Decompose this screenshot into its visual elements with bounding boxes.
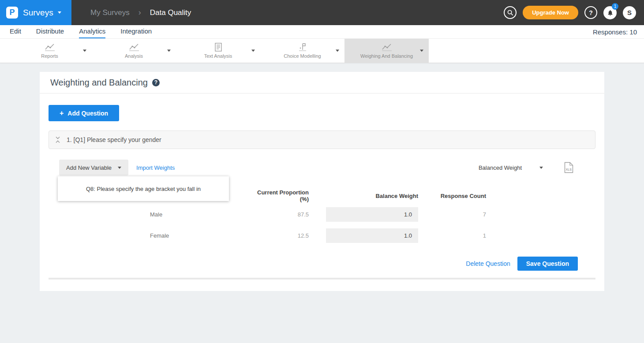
weighting-card: Weighting and Balancing ? + Add Question… (40, 72, 604, 291)
weight-type-select[interactable]: Balanced Weight (479, 164, 543, 171)
toolbar-item-weighing-and-balancing[interactable]: Weighing And Balancing (344, 39, 429, 63)
bottom-divider (49, 278, 595, 280)
breadcrumb-separator-icon: › (139, 8, 141, 17)
controls-right: Balanced Weight XLS (479, 162, 585, 173)
answer-label: Male (57, 211, 247, 218)
delete-question-link[interactable]: Delete Question (466, 260, 510, 267)
breadcrumb: My Surveys › Data Quality (90, 0, 504, 25)
tab-analytics[interactable]: Analytics (79, 26, 105, 38)
line-chart-icon (45, 43, 55, 52)
tab-edit[interactable]: Edit (10, 26, 21, 38)
tab-integration[interactable]: Integration (120, 26, 152, 38)
proportion-value: 12.5 (247, 232, 309, 239)
section-nav: Edit Distribute Analytics Integration Re… (0, 25, 644, 39)
main-content: Weighting and Balancing ? + Add Question… (0, 63, 644, 291)
help-button[interactable]: ? (584, 6, 597, 19)
add-new-variable-label: Add New Variable (66, 164, 112, 171)
topbar: P Surveys My Surveys › Data Quality Upgr… (0, 0, 644, 25)
breadcrumb-current: Data Quality (150, 8, 191, 17)
question-title: 1. [Q1] Please specify your gender (67, 136, 161, 143)
collapse-button[interactable] (55, 136, 60, 143)
dropdown-item-q8[interactable]: Q8: Please specify the age bracket you f… (58, 176, 229, 201)
notifications-button[interactable]: 1 (603, 6, 617, 19)
chevron-down-icon (118, 167, 121, 169)
question-controls: Add New Variable Import Weights Balanced… (59, 160, 585, 175)
question-mark-icon: ? (589, 9, 593, 16)
add-new-variable-button[interactable]: Add New Variable (59, 160, 128, 175)
page-title: Weighting and Balancing (50, 78, 148, 88)
save-question-button[interactable]: Save Question (517, 257, 578, 271)
header-current-proportion: Current Proportion (%) (247, 189, 309, 202)
toolbar-item-analysis[interactable]: Analysis (92, 39, 176, 63)
balance-weight-input[interactable] (326, 228, 418, 243)
toolbar-item-label: Choice Modelling (284, 53, 321, 59)
import-weights-link[interactable]: Import Weights (136, 164, 175, 171)
search-icon (507, 10, 513, 16)
question-panel-header[interactable]: 1. [Q1] Please specify your gender (49, 130, 595, 149)
flag-chart-icon (298, 43, 307, 52)
toolbar-item-text-analysis[interactable]: Text Analysis (176, 39, 260, 63)
answer-label: Female (57, 232, 247, 239)
notification-badge: 1 (612, 3, 618, 10)
add-question-label: Add Question (67, 110, 108, 117)
question-actions: Delete Question Save Question (49, 257, 595, 271)
toolbar-item-label: Analysis (125, 53, 143, 59)
balance-weight-input[interactable] (326, 207, 418, 222)
toolbar-item-reports[interactable]: Reports (7, 39, 92, 63)
toolbar-item-choice-modelling[interactable]: Choice Modelling (260, 39, 344, 63)
collapse-icon (55, 136, 60, 143)
tab-distribute[interactable]: Distribute (36, 26, 64, 38)
chevron-down-icon (336, 50, 339, 52)
user-avatar[interactable]: S (623, 6, 636, 19)
search-button[interactable] (504, 6, 517, 19)
upgrade-now-button[interactable]: Upgrade Now (523, 6, 578, 19)
plus-icon: + (60, 109, 64, 117)
xls-file-icon: XLS (564, 162, 573, 173)
title-help-icon[interactable]: ? (152, 79, 160, 86)
response-count-value: 1 (418, 232, 486, 239)
toolbar-item-label: Text Analysis (204, 53, 232, 59)
toolbar-item-label: Weighing And Balancing (360, 53, 413, 59)
xls-label: XLS (566, 168, 572, 171)
nav-tabs: Edit Distribute Analytics Integration (10, 26, 593, 38)
line-chart-icon (382, 43, 392, 52)
chevron-down-icon (167, 50, 171, 52)
toolbar-item-label: Reports (41, 53, 58, 59)
bell-icon (607, 9, 614, 16)
add-variable-dropdown: Q8: Please specify the age bracket you f… (58, 176, 229, 201)
chevron-down-icon (58, 11, 61, 14)
line-chart-icon (129, 43, 139, 52)
table-row: Female 12.5 1 (57, 225, 595, 246)
product-switcher[interactable]: P Surveys (0, 0, 71, 25)
weight-type-label: Balanced Weight (479, 164, 522, 171)
export-xls-button[interactable]: XLS (564, 162, 573, 173)
chevron-down-icon (251, 50, 255, 52)
response-count-value: 7 (418, 211, 486, 218)
proportion-value: 87.5 (247, 211, 309, 218)
breadcrumb-my-surveys[interactable]: My Surveys (90, 8, 130, 17)
product-label: Surveys (23, 8, 53, 18)
chevron-down-icon (539, 167, 543, 169)
card-body: + Add Question 1. [Q1] Please specify yo… (40, 93, 604, 290)
topbar-actions: Upgrade Now ? 1 S (504, 0, 636, 25)
analytics-toolbar: Reports Analysis Text Analysis Choice Mo… (0, 39, 644, 63)
add-question-button[interactable]: + Add Question (49, 105, 119, 121)
chevron-down-icon (83, 50, 86, 52)
document-icon (214, 43, 222, 52)
chevron-down-icon (420, 50, 423, 52)
app-logo-icon: P (6, 7, 18, 19)
responses-count: Responses: 10 (593, 28, 637, 36)
header-response-count: Response Count (418, 193, 486, 199)
table-row: Male 87.5 7 (57, 204, 595, 225)
header-balance-weight: Balance Weight (326, 193, 418, 199)
card-header: Weighting and Balancing ? (40, 72, 604, 93)
